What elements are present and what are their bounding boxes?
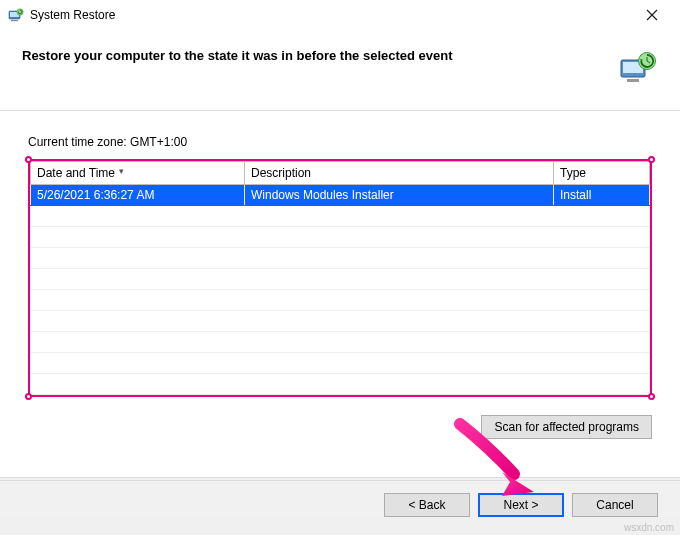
highlight-handle xyxy=(648,393,655,400)
back-button[interactable]: < Back xyxy=(384,493,470,517)
empty-row xyxy=(30,353,650,374)
cell-type: Install xyxy=(554,185,650,206)
empty-row xyxy=(30,206,650,227)
cell-datetime: 5/26/2021 6:36:27 AM xyxy=(31,185,245,206)
empty-row xyxy=(30,269,650,290)
column-header-description[interactable]: Description xyxy=(245,162,554,185)
timezone-label: Current time zone: GMT+1:00 xyxy=(28,135,652,149)
scan-button-row: Scan for affected programs xyxy=(28,415,652,439)
window-title: System Restore xyxy=(30,8,115,22)
wizard-header: Restore your computer to the state it wa… xyxy=(0,30,680,110)
watermark: wsxdn.com xyxy=(624,522,674,533)
restore-points-highlight-frame: Date and Time ▾ Description Type 5/26/20… xyxy=(28,159,652,397)
wizard-content: Current time zone: GMT+1:00 Date and Tim… xyxy=(0,111,680,447)
svg-rect-2 xyxy=(11,20,18,21)
wizard-button-bar: < Back Next > Cancel xyxy=(0,480,680,517)
empty-row xyxy=(30,332,650,353)
empty-row xyxy=(30,290,650,311)
next-button[interactable]: Next > xyxy=(478,493,564,517)
empty-row xyxy=(30,227,650,248)
table-empty-area xyxy=(30,206,650,395)
titlebar: System Restore xyxy=(0,0,680,30)
page-heading: Restore your computer to the state it wa… xyxy=(22,48,606,63)
empty-row xyxy=(30,311,650,332)
sort-descending-icon: ▾ xyxy=(119,166,124,176)
column-header-type[interactable]: Type xyxy=(554,162,650,185)
system-restore-icon xyxy=(8,7,24,23)
table-header-row: Date and Time ▾ Description Type xyxy=(31,162,650,185)
highlight-handle xyxy=(25,393,32,400)
column-header-label: Description xyxy=(251,166,311,180)
system-restore-large-icon xyxy=(618,48,658,88)
close-button[interactable] xyxy=(632,1,672,29)
close-icon xyxy=(646,9,658,21)
svg-rect-8 xyxy=(627,79,639,82)
cell-description: Windows Modules Installer xyxy=(245,185,554,206)
restore-points-table[interactable]: Date and Time ▾ Description Type 5/26/20… xyxy=(30,161,650,206)
empty-row xyxy=(30,248,650,269)
column-header-label: Date and Time xyxy=(37,166,115,180)
column-header-label: Type xyxy=(560,166,586,180)
column-header-datetime[interactable]: Date and Time ▾ xyxy=(31,162,245,185)
table-row[interactable]: 5/26/2021 6:36:27 AM Windows Modules Ins… xyxy=(31,185,650,206)
empty-row xyxy=(30,374,650,395)
cancel-button[interactable]: Cancel xyxy=(572,493,658,517)
scan-affected-programs-button[interactable]: Scan for affected programs xyxy=(481,415,652,439)
